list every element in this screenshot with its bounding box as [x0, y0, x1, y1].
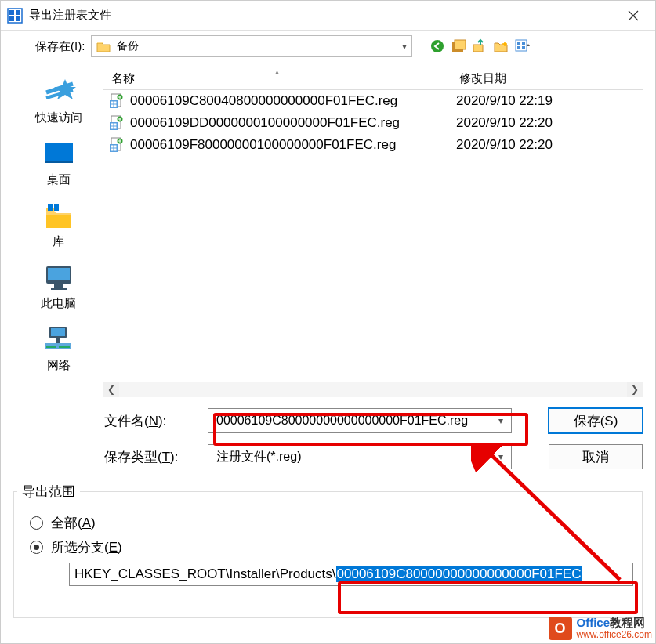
- savein-combo[interactable]: 备份 ▾: [91, 35, 412, 57]
- thispc-icon: [42, 263, 76, 293]
- file-date: 2020/9/10 22:20: [456, 115, 629, 131]
- filename-value: 00006109C80000000000000000F01FEC.reg: [216, 414, 468, 428]
- sidebar-item-network[interactable]: 网络: [42, 325, 76, 373]
- chevron-down-icon: ▾: [498, 415, 503, 426]
- reg-file-icon: [108, 92, 125, 110]
- sidebar-item-label: 库: [53, 234, 64, 249]
- svg-rect-27: [51, 288, 67, 290]
- places-sidebar: 快速访问 桌面 库 此电脑 网络: [13, 68, 103, 397]
- file-list-header: ▴ 名称 修改日期: [103, 68, 643, 90]
- svg-rect-2: [16, 10, 20, 15]
- sidebar-item-quickaccess[interactable]: 快速访问: [35, 78, 82, 125]
- filetype-label: 保存类型(T):: [104, 448, 195, 466]
- sort-asc-icon: ▴: [275, 67, 279, 76]
- desktop-icon: [42, 139, 76, 169]
- watermark-text: Office教程网 www.office26.com: [577, 617, 653, 640]
- svg-rect-17: [522, 46, 525, 49]
- file-row[interactable]: 00006109DD0000000100000000F01FEC.reg 202…: [103, 112, 643, 134]
- svg-rect-21: [46, 215, 71, 228]
- savein-row: 保存在(I): 备份 ▾: [1, 31, 655, 62]
- folder-icon: [96, 41, 111, 52]
- file-date: 2020/9/10 22:20: [456, 137, 629, 153]
- file-list: ▴ 名称 修改日期 00006109C80040800000000000F01F…: [103, 68, 643, 397]
- sidebar-item-label: 桌面: [47, 172, 71, 187]
- export-range-group: 导出范围 全部(A) 所选分支(E) HKEY_CLASSES_ROOT\Ins…: [13, 491, 643, 618]
- branch-path-selection: 00006109C80000000000000000F01FEC: [336, 566, 582, 582]
- svg-rect-41: [111, 124, 114, 126]
- window-title: 导出注册表文件: [29, 8, 618, 23]
- svg-rect-30: [56, 338, 60, 343]
- radio-all[interactable]: 全部(A): [30, 514, 629, 532]
- network-icon: [42, 325, 76, 355]
- sidebar-item-libraries[interactable]: 库: [42, 201, 76, 249]
- svg-point-5: [431, 40, 444, 52]
- svg-rect-37: [114, 105, 117, 107]
- cancel-button[interactable]: 取消: [549, 444, 643, 469]
- registry-icon: [7, 8, 23, 24]
- watermark: O Office教程网 www.office26.com: [549, 617, 653, 640]
- file-row[interactable]: 00006109F80000000100000000F01FEC.reg 202…: [103, 134, 643, 156]
- svg-rect-26: [54, 284, 63, 288]
- filetype-select[interactable]: 注册文件(*.reg) ▾: [208, 444, 512, 469]
- chevron-down-icon: ▾: [498, 451, 503, 462]
- sidebar-item-label: 此电脑: [41, 296, 76, 311]
- save-button[interactable]: 保存(S): [549, 408, 643, 433]
- radio-all-label: 全部(A): [51, 514, 96, 532]
- column-header-date[interactable]: 修改日期: [451, 68, 624, 89]
- file-name: 00006109C80040800000000000F01FEC.reg: [130, 93, 456, 109]
- filename-row: 文件名(N): 00006109C80000000000000000F01FEC…: [104, 408, 643, 433]
- sidebar-item-label: 网络: [47, 358, 71, 373]
- svg-rect-42: [114, 124, 117, 126]
- column-header-name[interactable]: ▴ 名称: [103, 68, 451, 89]
- scroll-right-button[interactable]: ❯: [627, 382, 643, 397]
- svg-rect-48: [111, 146, 114, 148]
- svg-rect-14: [517, 42, 520, 45]
- svg-rect-20: [45, 161, 73, 163]
- svg-rect-23: [54, 204, 59, 211]
- scroll-left-button[interactable]: ❮: [103, 382, 119, 397]
- svg-rect-22: [48, 204, 53, 211]
- svg-rect-43: [111, 127, 114, 129]
- radio-branch[interactable]: 所选分支(E): [30, 538, 629, 556]
- back-icon[interactable]: [429, 38, 445, 54]
- scroll-track[interactable]: [119, 382, 627, 397]
- svg-rect-50: [111, 149, 114, 151]
- branch-path-input[interactable]: HKEY_CLASSES_ROOT\Installer\Products\000…: [69, 563, 633, 586]
- close-button[interactable]: [618, 4, 649, 27]
- radio-branch-label: 所选分支(E): [51, 538, 122, 556]
- svg-marker-18: [54, 79, 76, 99]
- file-rows: 00006109C80040800000000000F01FEC.reg 202…: [103, 90, 643, 377]
- sidebar-item-thispc[interactable]: 此电脑: [41, 263, 76, 311]
- svg-rect-36: [111, 105, 114, 107]
- file-name: 00006109DD0000000100000000F01FEC.reg: [130, 115, 456, 131]
- file-name: 00006109F80000000100000000F01FEC.reg: [130, 137, 456, 153]
- reg-file-icon: [108, 136, 125, 154]
- close-icon: [628, 10, 639, 21]
- themes-icon[interactable]: [451, 38, 466, 54]
- svg-rect-15: [522, 42, 525, 45]
- svg-rect-34: [111, 102, 114, 104]
- reg-file-icon: [108, 114, 125, 132]
- group-title: 导出范围: [17, 483, 80, 501]
- svg-rect-51: [114, 149, 117, 151]
- savein-label: 保存在(I):: [35, 39, 85, 54]
- radio-icon: [30, 541, 43, 554]
- watermark-icon: O: [549, 617, 572, 640]
- file-date: 2020/9/10 22:19: [456, 93, 629, 109]
- svg-rect-7: [455, 40, 466, 49]
- svg-point-12: [504, 42, 506, 45]
- horizontal-scrollbar[interactable]: ❮ ❯: [103, 382, 643, 397]
- new-folder-icon[interactable]: [493, 38, 509, 54]
- sidebar-item-label: 快速访问: [35, 110, 82, 125]
- radio-icon: [30, 516, 43, 530]
- file-row[interactable]: 00006109C80040800000000000F01FEC.reg 202…: [103, 90, 643, 112]
- svg-rect-49: [114, 146, 117, 148]
- up-icon[interactable]: [472, 38, 487, 54]
- titlebar: 导出注册表文件: [1, 1, 655, 31]
- filetype-row: 保存类型(T): 注册文件(*.reg) ▾ 取消: [104, 444, 643, 469]
- filename-input[interactable]: 00006109C80000000000000000F01FEC.reg ▾: [208, 408, 512, 433]
- view-icon[interactable]: [514, 38, 530, 54]
- svg-rect-3: [9, 16, 14, 21]
- sidebar-item-desktop[interactable]: 桌面: [42, 139, 76, 187]
- svg-rect-16: [517, 46, 520, 49]
